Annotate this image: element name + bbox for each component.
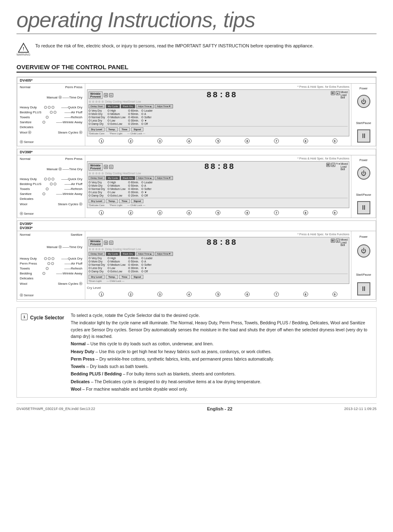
diagram-right-dv395: Power ⏻ Start/Pause ⏸ bbox=[351, 231, 376, 299]
footer-right: 2013-12-11 1:09:25 bbox=[344, 407, 377, 411]
panel-label-dv395: DV395*DV393* bbox=[17, 221, 376, 231]
lcd-display-dv405: WrinklePrevent ⚙ ≡ 88:88 🖼 ▲ MixedLoadBe… bbox=[87, 89, 349, 136]
temp-btn-dv395[interactable]: Temp. bbox=[106, 275, 118, 279]
power-button-dv395[interactable]: ⏻ bbox=[357, 244, 370, 258]
footer-center: English - 22 bbox=[207, 406, 232, 411]
cry-level-label: Cry Level bbox=[87, 286, 349, 290]
panel-inner-dv405: Normal Perm Press Manual ⓔ ——Time Dry He… bbox=[17, 84, 376, 146]
dry-level-btn-dv395[interactable]: Dry Level bbox=[89, 275, 105, 279]
start-pause-button-dv405[interactable]: ⏸ bbox=[357, 129, 370, 143]
number-labels-dv405: 1 2 3 4 5 6 7 8 9 bbox=[87, 138, 349, 144]
panel-inner-dv395: Normal Sanitize Manual ⓔ ——Time Dry Heav… bbox=[17, 231, 376, 299]
diagram-right-dv398: Power ⏻ Start/Pause ⏸ bbox=[351, 155, 376, 218]
warning-text: To reduce the risk of fire, electric sho… bbox=[35, 42, 314, 49]
diagram-right-dv405: Power ⏻ Start/Pause ⏸ bbox=[351, 84, 376, 146]
panel-dv398: DV398* Normal Perm Press Manual ⓔ ——Time… bbox=[17, 149, 376, 218]
warning-box: ! WARNING To reduce the risk of fire, el… bbox=[16, 42, 377, 56]
cycle-description: To select a cycle, rotate the Cycle Sele… bbox=[71, 312, 372, 393]
cycle-selector-section: 1 Cycle Selector To select a cycle, rota… bbox=[16, 307, 377, 398]
page-title: operating Instructions, tips bbox=[16, 8, 377, 34]
time-btn-dv395[interactable]: Time bbox=[119, 275, 130, 279]
lcd-display-dv395: WrinklePrevent ⚙ ≡ 88:88 🖼 ▲ MixedLoadBe… bbox=[87, 237, 349, 284]
number-labels-dv395: 1 2 3 4 5 6 7 8 9 bbox=[87, 291, 349, 298]
panel-dv395: DV395*DV393* Normal Sanitize Manual ⓔ ——… bbox=[17, 220, 376, 300]
diagram-left-dv405: Normal Perm Press Manual ⓔ ——Time Dry He… bbox=[17, 84, 85, 146]
footer-left: DV405ETPAWR_03021F-09_EN.indd Sec13:22 bbox=[16, 407, 95, 411]
warning-icon: ! WARNING bbox=[16, 42, 30, 56]
section-heading: OVERVIEW OF THE CONTROL PANEL bbox=[16, 63, 377, 73]
diagram-left-dv395: Normal Sanitize Manual ⓔ ——Time Dry Heav… bbox=[17, 231, 85, 299]
lcd-display-dv398: WrinklePrevent ⚙ ≡ 88:88 🖼 ▲ % ■ MixedLo… bbox=[87, 161, 349, 208]
power-button-dv398[interactable]: ⏻ bbox=[357, 166, 370, 180]
signal-btn-dv395[interactable]: Signal bbox=[131, 275, 143, 279]
start-pause-button-dv395[interactable]: ⏸ bbox=[357, 282, 370, 295]
panel-inner-dv398: Normal Perm Press Manual ⓔ ——Time Dry He… bbox=[17, 155, 376, 218]
svg-text:!: ! bbox=[23, 46, 24, 51]
diagram-center-dv398: * Press & Hold Spec. for Extra Functions… bbox=[85, 155, 351, 218]
cycle-selector-label: 1 Cycle Selector bbox=[21, 312, 64, 393]
page-footer: DV405ETPAWR_03021F-09_EN.indd Sec13:22 E… bbox=[16, 403, 377, 411]
number-labels-dv398: 1 2 3 4 5 6 7 8 9 bbox=[87, 209, 349, 216]
diagram-center-dv395: * Press & Hold Spec. for Extra Functions… bbox=[85, 231, 351, 299]
diagram-center-dv405: * Press & Hold Spec. for Extra Functions… bbox=[85, 84, 351, 146]
power-button-dv405[interactable]: ⏻ bbox=[357, 95, 370, 108]
panel-dv405: DV405* Normal Perm Press Manual ⓔ ——Time… bbox=[17, 77, 376, 146]
panel-label-dv405: DV405* bbox=[17, 77, 376, 84]
panels-container: DV405* Normal Perm Press Manual ⓔ ——Time… bbox=[16, 77, 377, 302]
diagram-left-dv398: Normal Perm Press Manual ⓔ ——Time Dry He… bbox=[17, 155, 85, 218]
panel-label-dv398: DV398* bbox=[17, 149, 376, 155]
start-pause-button-dv398[interactable]: ⏸ bbox=[357, 201, 370, 214]
